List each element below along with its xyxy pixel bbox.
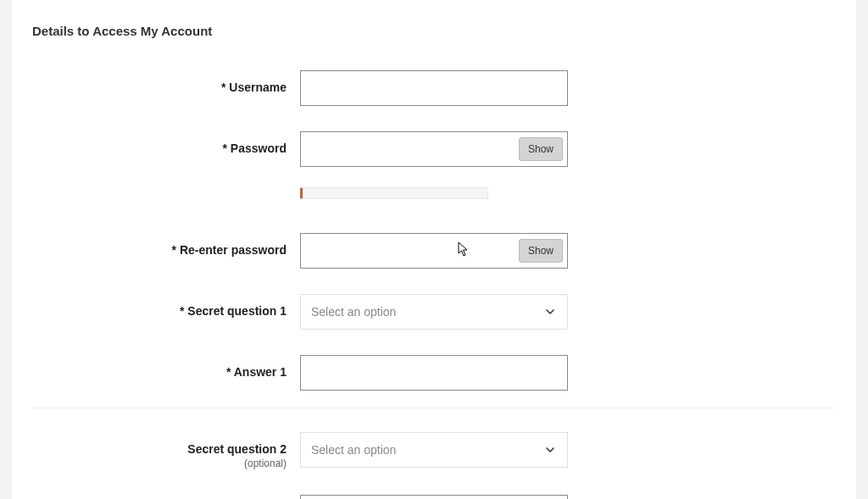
show-reenter-password-button[interactable]: Show: [519, 239, 563, 263]
label-reenter-password: * Re-enter password: [32, 233, 300, 257]
input-cell-password: Show: [300, 131, 568, 167]
divider: [32, 408, 836, 408]
input-cell-reenter-password: Show: [300, 233, 568, 269]
password-strength-bar: [300, 187, 488, 199]
page-container: Details to Access My Account * Username …: [12, 0, 856, 499]
chevron-down-icon: [545, 445, 555, 455]
label-reenter-password-text: Re-enter password: [180, 243, 287, 257]
input-cell-strength: [300, 175, 568, 199]
required-mark: *: [223, 141, 227, 155]
label-username: * Username: [32, 70, 300, 94]
label-secret-q1: * Secret question 1: [32, 294, 300, 318]
input-cell-secret-q1: Select an option: [300, 294, 568, 330]
label-secret-q2-text: Secret question 2: [187, 442, 287, 456]
required-mark: *: [226, 365, 231, 379]
row-answer2: Answer 2: [32, 495, 836, 499]
show-password-button[interactable]: Show: [519, 137, 563, 161]
required-mark: *: [172, 243, 176, 257]
row-secret-q1: * Secret question 1 Select an option: [32, 294, 836, 330]
label-secret-q1-text: Secret question 1: [187, 304, 287, 318]
row-answer1: * Answer 1: [32, 355, 836, 391]
input-cell-secret-q2: Select an option: [300, 432, 568, 468]
row-strength: [32, 175, 836, 199]
secret-q1-placeholder: Select an option: [311, 305, 396, 319]
required-mark: *: [180, 304, 184, 318]
input-cell-answer1: [300, 355, 568, 391]
chevron-down-icon: [545, 307, 555, 317]
input-cell-username: [300, 70, 568, 106]
section-title: Details to Access My Account: [32, 24, 836, 38]
row-reenter-password: * Re-enter password Show: [32, 233, 836, 269]
secret-q2-select[interactable]: Select an option: [300, 432, 568, 468]
required-mark: *: [221, 80, 225, 94]
label-answer1: * Answer 1: [32, 355, 300, 379]
label-password: * Password: [32, 131, 300, 155]
row-password: * Password Show: [32, 131, 836, 167]
answer2-input[interactable]: [300, 495, 568, 499]
label-secret-q2: Secret question 2 (optional): [32, 432, 300, 469]
label-answer1-text: Answer 1: [234, 365, 287, 379]
label-password-text: Password: [231, 141, 287, 155]
label-username-text: Username: [229, 80, 287, 94]
username-input[interactable]: [300, 70, 568, 106]
secret-q2-placeholder: Select an option: [311, 443, 396, 457]
answer1-input[interactable]: [300, 355, 568, 391]
label-secret-q2-optional: (optional): [32, 457, 287, 469]
label-strength-empty: [32, 175, 300, 186]
row-username: * Username: [32, 70, 836, 106]
input-cell-answer2: [300, 495, 568, 499]
label-answer2: Answer 2: [32, 495, 300, 499]
secret-q1-select[interactable]: Select an option: [300, 294, 568, 330]
row-secret-q2: Secret question 2 (optional) Select an o…: [32, 432, 836, 469]
